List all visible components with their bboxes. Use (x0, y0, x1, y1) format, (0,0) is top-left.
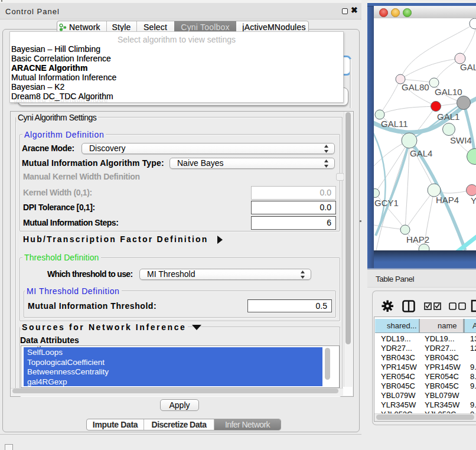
svg-text:GAL80: GAL80 (402, 82, 429, 92)
svg-text:GAL4: GAL4 (410, 148, 432, 158)
svg-text:HAP2: HAP2 (406, 234, 429, 244)
svg-text:Y: Y (471, 195, 476, 206)
svg-text:GCY1: GCY1 (374, 198, 399, 208)
svg-text:GAL1: GAL1 (437, 112, 459, 122)
svg-text:SWI4: SWI4 (450, 135, 472, 145)
svg-text:GAL11: GAL11 (381, 119, 408, 129)
svg-text:GAL: GAL (460, 62, 476, 72)
svg-text:HAP4: HAP4 (436, 195, 459, 205)
svg-text:GAL10: GAL10 (435, 87, 462, 97)
